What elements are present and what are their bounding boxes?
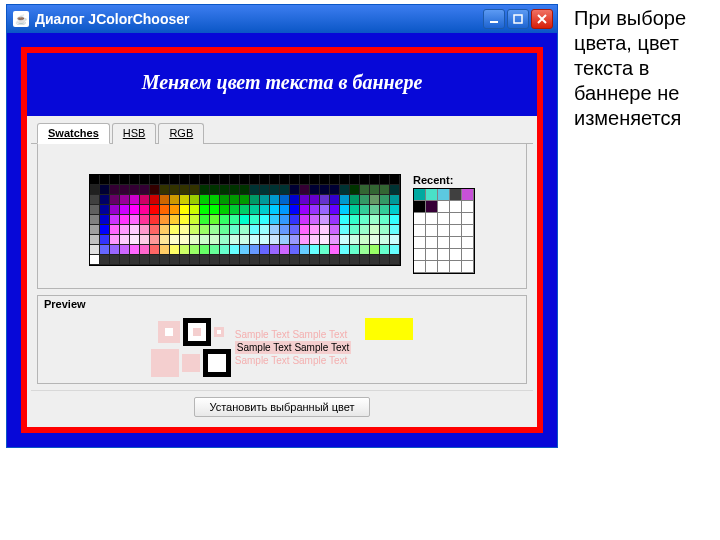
swatch-cell[interactable] xyxy=(210,255,220,265)
swatch-cell[interactable] xyxy=(380,225,390,235)
recent-swatch-cell[interactable] xyxy=(462,249,474,261)
swatch-cell[interactable] xyxy=(220,195,230,205)
swatch-cell[interactable] xyxy=(390,225,400,235)
recent-swatch-cell[interactable] xyxy=(438,189,450,201)
recent-swatch-cell[interactable] xyxy=(426,213,438,225)
swatch-cell[interactable] xyxy=(190,205,200,215)
swatch-cell[interactable] xyxy=(110,215,120,225)
swatch-cell[interactable] xyxy=(250,225,260,235)
swatch-cell[interactable] xyxy=(230,255,240,265)
swatch-cell[interactable] xyxy=(190,195,200,205)
swatch-cell[interactable] xyxy=(330,255,340,265)
swatch-cell[interactable] xyxy=(330,195,340,205)
swatch-cell[interactable] xyxy=(150,235,160,245)
swatch-cell[interactable] xyxy=(100,205,110,215)
swatch-cell[interactable] xyxy=(170,255,180,265)
swatch-cell[interactable] xyxy=(350,195,360,205)
swatch-cell[interactable] xyxy=(180,225,190,235)
swatch-cell[interactable] xyxy=(270,195,280,205)
swatch-cell[interactable] xyxy=(120,185,130,195)
swatch-cell[interactable] xyxy=(370,175,380,185)
swatch-cell[interactable] xyxy=(300,205,310,215)
swatch-cell[interactable] xyxy=(170,195,180,205)
swatch-cell[interactable] xyxy=(330,215,340,225)
swatch-cell[interactable] xyxy=(260,185,270,195)
swatch-cell[interactable] xyxy=(270,255,280,265)
swatch-cell[interactable] xyxy=(250,175,260,185)
swatch-cell[interactable] xyxy=(300,185,310,195)
swatch-cell[interactable] xyxy=(140,205,150,215)
swatch-cell[interactable] xyxy=(130,225,140,235)
swatch-cell[interactable] xyxy=(360,175,370,185)
swatch-cell[interactable] xyxy=(300,215,310,225)
swatch-cell[interactable] xyxy=(120,225,130,235)
swatch-cell[interactable] xyxy=(340,205,350,215)
recent-swatch-cell[interactable] xyxy=(450,249,462,261)
swatch-cell[interactable] xyxy=(270,235,280,245)
swatch-cell[interactable] xyxy=(160,225,170,235)
swatch-cell[interactable] xyxy=(140,225,150,235)
recent-swatch-cell[interactable] xyxy=(414,249,426,261)
swatch-cell[interactable] xyxy=(210,175,220,185)
recent-grid[interactable] xyxy=(413,188,475,274)
recent-swatch-cell[interactable] xyxy=(414,261,426,273)
swatch-cell[interactable] xyxy=(90,245,100,255)
swatch-cell[interactable] xyxy=(240,215,250,225)
swatch-cell[interactable] xyxy=(350,175,360,185)
swatch-cell[interactable] xyxy=(360,235,370,245)
swatch-cell[interactable] xyxy=(330,175,340,185)
swatch-cell[interactable] xyxy=(190,235,200,245)
swatch-cell[interactable] xyxy=(260,235,270,245)
swatch-cell[interactable] xyxy=(220,225,230,235)
swatch-cell[interactable] xyxy=(330,235,340,245)
recent-swatch-cell[interactable] xyxy=(426,237,438,249)
swatch-cell[interactable] xyxy=(360,205,370,215)
swatch-cell[interactable] xyxy=(270,185,280,195)
swatch-cell[interactable] xyxy=(210,235,220,245)
maximize-button[interactable] xyxy=(507,9,529,29)
swatch-cell[interactable] xyxy=(350,185,360,195)
swatch-cell[interactable] xyxy=(260,195,270,205)
swatch-cell[interactable] xyxy=(260,205,270,215)
swatch-cell[interactable] xyxy=(170,225,180,235)
swatch-cell[interactable] xyxy=(310,235,320,245)
swatch-cell[interactable] xyxy=(230,225,240,235)
recent-swatch-cell[interactable] xyxy=(414,189,426,201)
swatch-cell[interactable] xyxy=(240,195,250,205)
swatch-cell[interactable] xyxy=(180,235,190,245)
swatch-cell[interactable] xyxy=(370,215,380,225)
swatch-cell[interactable] xyxy=(320,225,330,235)
swatch-cell[interactable] xyxy=(190,175,200,185)
swatch-cell[interactable] xyxy=(140,255,150,265)
swatch-cell[interactable] xyxy=(180,215,190,225)
swatch-cell[interactable] xyxy=(120,245,130,255)
swatch-cell[interactable] xyxy=(300,195,310,205)
recent-swatch-cell[interactable] xyxy=(462,189,474,201)
swatch-cell[interactable] xyxy=(310,205,320,215)
swatch-cell[interactable] xyxy=(280,225,290,235)
swatch-cell[interactable] xyxy=(130,175,140,185)
swatch-cell[interactable] xyxy=(340,245,350,255)
recent-swatch-cell[interactable] xyxy=(426,201,438,213)
swatch-cell[interactable] xyxy=(210,195,220,205)
swatch-cell[interactable] xyxy=(350,255,360,265)
swatch-cell[interactable] xyxy=(100,175,110,185)
swatch-cell[interactable] xyxy=(100,235,110,245)
swatch-cell[interactable] xyxy=(220,245,230,255)
swatch-cell[interactable] xyxy=(270,245,280,255)
swatch-cell[interactable] xyxy=(360,215,370,225)
swatch-cell[interactable] xyxy=(340,175,350,185)
swatch-cell[interactable] xyxy=(320,185,330,195)
recent-swatch-cell[interactable] xyxy=(438,237,450,249)
swatch-cell[interactable] xyxy=(200,225,210,235)
swatch-cell[interactable] xyxy=(280,195,290,205)
swatch-cell[interactable] xyxy=(210,215,220,225)
swatch-cell[interactable] xyxy=(200,215,210,225)
recent-swatch-cell[interactable] xyxy=(426,261,438,273)
swatch-cell[interactable] xyxy=(310,215,320,225)
swatch-cell[interactable] xyxy=(310,195,320,205)
swatch-cell[interactable] xyxy=(100,215,110,225)
recent-swatch-cell[interactable] xyxy=(426,225,438,237)
swatch-cell[interactable] xyxy=(120,215,130,225)
swatch-cell[interactable] xyxy=(220,235,230,245)
